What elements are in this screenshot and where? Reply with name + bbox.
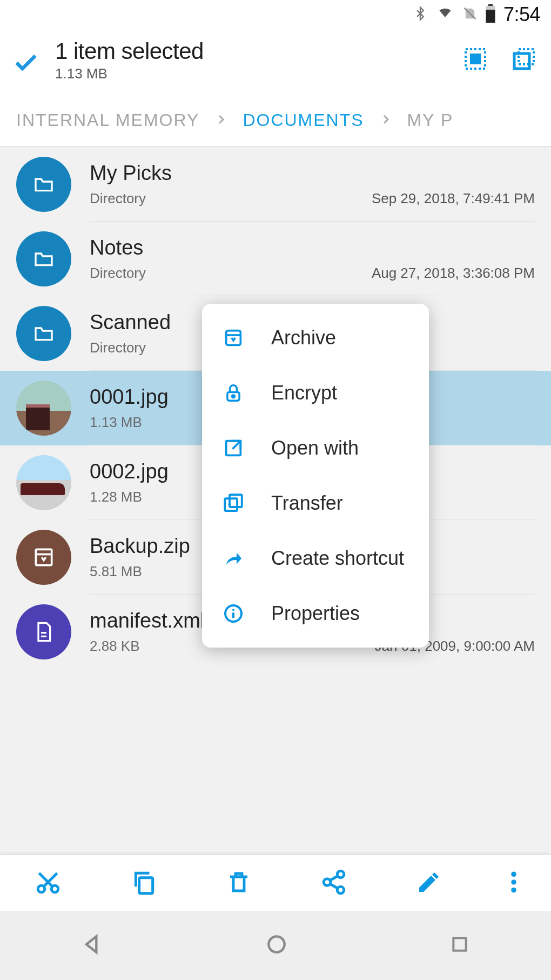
- svg-rect-2: [486, 10, 495, 23]
- wifi-icon: [435, 6, 455, 23]
- svg-rect-12: [226, 331, 241, 345]
- shortcut-icon: [221, 549, 245, 568]
- svg-rect-38: [454, 938, 466, 950]
- android-nav-bar: [0, 911, 551, 980]
- menu-label: Transfer: [271, 492, 343, 515]
- done-icon[interactable]: [12, 48, 40, 78]
- share-button[interactable]: [310, 863, 358, 903]
- svg-line-31: [330, 876, 338, 880]
- status-bar: 7:54: [0, 0, 551, 29]
- list-item[interactable]: My Picks Directory Sep 29, 2018, 7:49:41…: [0, 147, 551, 222]
- svg-line-32: [330, 884, 338, 888]
- rename-button[interactable]: [405, 864, 453, 903]
- menu-label: Create shortcut: [271, 547, 404, 570]
- lock-icon: [221, 382, 245, 404]
- svg-rect-7: [514, 54, 529, 69]
- context-menu: Archive Encrypt Open with Transfer Creat…: [202, 304, 429, 648]
- file-sub: 1.28 MB: [90, 489, 142, 505]
- archive-icon: [221, 327, 245, 349]
- no-sim-icon: [462, 4, 478, 25]
- breadcrumb-item[interactable]: MY P: [407, 110, 454, 130]
- select-all-icon[interactable]: [462, 46, 488, 74]
- bluetooth-icon: [413, 4, 428, 25]
- selection-toolbar: [0, 855, 551, 911]
- folder-icon: [16, 231, 71, 286]
- open-external-icon: [221, 437, 245, 459]
- back-button[interactable]: [80, 932, 104, 958]
- menu-label: Archive: [271, 326, 336, 349]
- svg-rect-5: [470, 54, 481, 64]
- transfer-icon: [221, 492, 245, 515]
- list-item[interactable]: Notes Directory Aug 27, 2018, 3:36:08 PM: [0, 222, 551, 296]
- svg-point-28: [337, 871, 344, 878]
- file-sub: Directory: [90, 265, 146, 282]
- svg-rect-3: [488, 4, 493, 6]
- image-thumbnail: [16, 381, 71, 436]
- selection-subtitle: 1.13 MB: [55, 65, 462, 82]
- select-inverse-icon[interactable]: [511, 46, 537, 74]
- chevron-right-icon: [379, 110, 392, 130]
- file-sub: Directory: [90, 190, 146, 207]
- svg-line-17: [232, 441, 240, 449]
- file-sub: 1.13 MB: [90, 414, 142, 431]
- menu-label: Properties: [271, 602, 360, 625]
- menu-label: Encrypt: [271, 382, 337, 404]
- folder-icon: [16, 157, 71, 212]
- menu-item-create-shortcut[interactable]: Create shortcut: [202, 531, 429, 586]
- more-button[interactable]: [500, 865, 528, 902]
- menu-item-transfer[interactable]: Transfer: [202, 476, 429, 531]
- home-button[interactable]: [265, 932, 288, 958]
- file-sub: 2.88 KB: [90, 638, 140, 655]
- document-file-icon: [16, 604, 71, 659]
- file-name: My Picks: [90, 162, 535, 185]
- breadcrumb: INTERNAL MEMORY DOCUMENTS MY P: [0, 94, 551, 147]
- status-time: 7:54: [503, 3, 540, 26]
- archive-file-icon: [16, 530, 71, 585]
- chevron-right-icon: [214, 110, 227, 130]
- selection-title: 1 item selected: [55, 38, 462, 64]
- svg-rect-18: [225, 498, 237, 511]
- file-date: Sep 29, 2018, 7:49:41 PM: [372, 190, 535, 207]
- svg-rect-6: [519, 49, 534, 64]
- svg-rect-19: [230, 495, 242, 507]
- battery-icon: [485, 4, 496, 25]
- menu-item-encrypt[interactable]: Encrypt: [202, 365, 429, 421]
- svg-marker-36: [86, 936, 96, 952]
- svg-rect-27: [139, 877, 152, 893]
- menu-item-open-with[interactable]: Open with: [202, 421, 429, 476]
- file-date: Aug 27, 2018, 3:36:08 PM: [372, 265, 535, 282]
- svg-rect-8: [36, 549, 51, 565]
- delete-button[interactable]: [215, 863, 263, 904]
- svg-point-29: [324, 878, 331, 885]
- selection-app-bar: 1 item selected 1.13 MB: [0, 29, 551, 94]
- breadcrumb-item[interactable]: DOCUMENTS: [243, 110, 364, 130]
- svg-point-34: [511, 879, 516, 885]
- info-icon: [221, 603, 245, 624]
- menu-item-properties[interactable]: Properties: [202, 586, 429, 641]
- menu-item-archive[interactable]: Archive: [202, 310, 429, 365]
- image-thumbnail: [16, 455, 71, 510]
- svg-point-37: [268, 936, 284, 952]
- svg-point-15: [232, 395, 235, 398]
- file-sub: Directory: [90, 339, 146, 356]
- svg-point-30: [337, 886, 344, 894]
- breadcrumb-item[interactable]: INTERNAL MEMORY: [16, 110, 199, 130]
- folder-icon: [16, 306, 71, 361]
- svg-point-33: [511, 871, 516, 877]
- file-sub: 5.81 MB: [90, 563, 142, 580]
- svg-point-22: [232, 609, 234, 611]
- svg-point-35: [511, 887, 516, 892]
- cut-button[interactable]: [24, 863, 72, 903]
- copy-button[interactable]: [119, 863, 168, 903]
- menu-label: Open with: [271, 437, 359, 459]
- recents-button[interactable]: [449, 934, 471, 957]
- file-name: Notes: [90, 236, 535, 259]
